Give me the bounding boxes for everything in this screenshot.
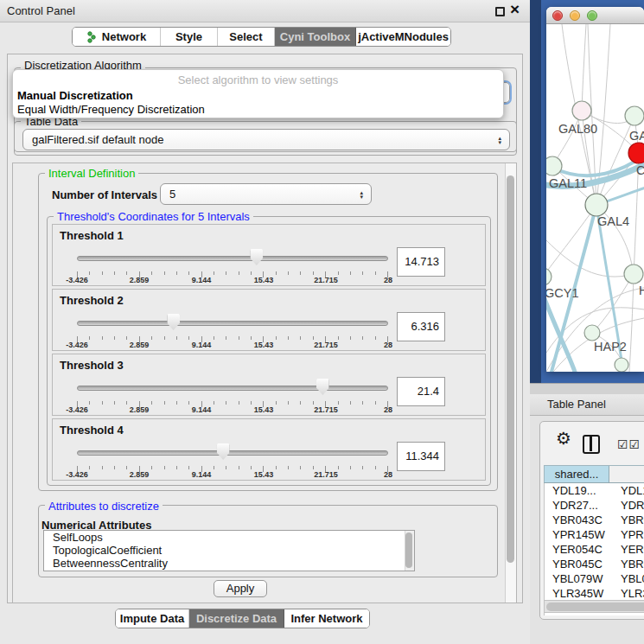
table-row[interactable]: YBL079WYBL079W	[545, 571, 644, 586]
tab-cyni-toolbox[interactable]: Cyni Toolbox	[275, 28, 356, 46]
table-cell[interactable]: YDR27...	[545, 498, 609, 513]
slider-track[interactable]	[77, 256, 388, 261]
slider-track[interactable]	[77, 450, 388, 456]
table-cell[interactable]: YBR043C	[545, 513, 609, 527]
slider-track[interactable]	[77, 386, 388, 391]
desktop-edge	[530, 0, 541, 383]
slider-track[interactable]	[77, 321, 388, 326]
float-window-icon[interactable]	[495, 7, 505, 16]
node-h[interactable]	[624, 265, 643, 284]
stepper-arrows-icon: ▴▾	[498, 136, 509, 144]
threshold-value-field[interactable]: 21.4	[397, 377, 445, 406]
table-cell[interactable]: YBL079W	[609, 571, 644, 586]
table-cell[interactable]: YPR145W	[609, 527, 644, 542]
tab-select[interactable]: Select	[218, 28, 275, 46]
tab-discretize-data[interactable]: Discretize Data	[189, 609, 284, 628]
table-row[interactable]: YDR27...YDR27...	[545, 498, 644, 513]
table-row[interactable]: YDL19...YDL19...	[545, 483, 644, 498]
table-cell[interactable]: YER054C	[609, 542, 644, 557]
table-cell[interactable]: YDL19...	[609, 483, 644, 498]
network-canvas[interactable]: GAL80 GA C GAL11 GAL4 GCY1 H HAP2	[546, 24, 644, 372]
table-cell[interactable]: YER054C	[545, 542, 609, 557]
number-of-intervals-combobox[interactable]: 5 ▴▾	[160, 183, 372, 205]
threshold-value-field[interactable]: 11.344	[397, 442, 445, 471]
threshold-slider[interactable]	[77, 377, 388, 399]
node-gcy1[interactable]	[546, 268, 552, 285]
panel-splitter[interactable]	[530, 383, 644, 394]
table-cell[interactable]: YBL079W	[545, 571, 609, 586]
node-gal4[interactable]	[585, 194, 608, 216]
table-row[interactable]: YPR145WYPR145W	[545, 527, 644, 542]
slider-handle[interactable]	[217, 443, 230, 460]
numerical-attributes-list[interactable]: SelfLoopsTopologicalCoefficientBetweenne…	[43, 530, 415, 571]
list-item[interactable]: BetweennessCentrality	[44, 557, 414, 570]
table-cell[interactable]: YBR043C	[609, 513, 644, 527]
table-cell[interactable]: YPR145W	[545, 527, 609, 542]
node-bottom[interactable]	[615, 358, 628, 372]
columns-icon[interactable]	[583, 435, 600, 454]
threshold-value-field[interactable]: 14.713	[397, 247, 445, 277]
table-body: YDL19...YDL19...YDR27...YDR27...YBR043CY…	[544, 483, 644, 615]
table-row[interactable]: YLR345WYLR345W	[545, 586, 644, 601]
table-row[interactable]: YBR045CYBR045C	[545, 557, 644, 571]
minimize-traffic-light-icon[interactable]	[570, 10, 580, 21]
slider-tick-labels: -3.4262.8599.14415.4321.71528	[77, 276, 388, 286]
list-item[interactable]: TopologicalCoefficient	[44, 544, 414, 557]
control-panel-tabs: Network Style Select Cyni Toolbox jActiv…	[72, 27, 451, 47]
dropdown-option-equal-width[interactable]: Equal Width/Frequency Discretization	[13, 103, 503, 116]
threshold-label: Threshold 2	[60, 294, 124, 307]
stepper-arrows-icon: ▴▾	[360, 190, 371, 199]
list-item[interactable]: SelfLoops	[44, 531, 414, 544]
slider-handle[interactable]	[316, 379, 329, 395]
node-table: shared... na... YDL19...YDL19...YDR27...…	[544, 465, 644, 615]
select-columns-icon[interactable]: ☑☑	[617, 437, 641, 451]
horizontal-scrollbar[interactable]	[544, 600, 644, 613]
gear-icon[interactable]: ⚙	[556, 428, 571, 449]
threshold-slider[interactable]	[77, 312, 388, 335]
slider-tick-labels: -3.4262.8599.14415.4321.71528	[77, 405, 388, 416]
scrollbar-thumb[interactable]	[546, 603, 644, 611]
slider-handle[interactable]	[167, 314, 180, 330]
node-label: C	[636, 163, 644, 177]
table-panel-titlebar: Table Panel	[530, 394, 644, 416]
table-cell[interactable]: YLR345W	[609, 586, 644, 601]
node-red-selected[interactable]	[628, 143, 644, 163]
scrollbar-thumb[interactable]	[507, 175, 514, 563]
column-header-shared-name[interactable]: shared...	[545, 466, 609, 482]
table-cell[interactable]: YDR27...	[609, 498, 644, 513]
close-icon[interactable]: ×	[510, 0, 520, 19]
table-row[interactable]: YER054CYER054C	[545, 542, 644, 557]
slider-handle[interactable]	[250, 249, 263, 265]
threshold-slider[interactable]	[77, 247, 388, 270]
tab-network[interactable]: Network	[73, 28, 161, 46]
tab-impute-data[interactable]: Impute Data	[116, 609, 189, 628]
close-traffic-light-icon[interactable]	[552, 10, 563, 21]
scrollbar-thumb[interactable]	[405, 532, 412, 568]
zoom-traffic-light-icon[interactable]	[587, 10, 597, 21]
panel-title: Table Panel	[547, 398, 606, 411]
node-gal80[interactable]	[572, 101, 591, 120]
table-cell[interactable]: YDL19...	[545, 483, 609, 498]
tab-label: jActiveMNodules	[358, 30, 449, 43]
control-panel-titlebar: Control Panel ×	[0, 0, 530, 22]
table-data-combobox[interactable]: galFiltered.sif default node ▴▾	[22, 129, 510, 150]
dropdown-prompt[interactable]: Select algorithm to view settings	[13, 73, 503, 86]
network-window-titlebar[interactable]	[546, 7, 644, 24]
apply-button[interactable]: Apply	[214, 580, 267, 597]
tab-jactivemnodules[interactable]: jActiveMNodules	[356, 28, 450, 46]
node-top-right[interactable]	[625, 106, 644, 125]
tab-style[interactable]: Style	[161, 28, 218, 46]
table-cell[interactable]: YLR345W	[545, 586, 609, 601]
node-gal11[interactable]	[546, 156, 562, 175]
table-cell[interactable]: YBR045C	[545, 557, 609, 571]
node-hap2[interactable]	[584, 325, 600, 341]
threshold-slider[interactable]	[77, 442, 388, 464]
column-header-name[interactable]: na...	[609, 466, 644, 482]
table-row[interactable]: YBR043CYBR043C	[545, 513, 644, 527]
dropdown-option-manual[interactable]: Manual Discretization	[13, 89, 503, 102]
threshold-3-panel: Threshold 3 -3.4262.8599.14415.4321.7152…	[52, 354, 486, 416]
tab-infer-network[interactable]: Infer Network	[284, 609, 369, 628]
threshold-value-field[interactable]: 6.316	[397, 312, 445, 341]
table-cell[interactable]: YBR045C	[609, 557, 644, 571]
network-view-window[interactable]: GAL80 GA C GAL11 GAL4 GCY1 H HAP2	[546, 7, 644, 372]
